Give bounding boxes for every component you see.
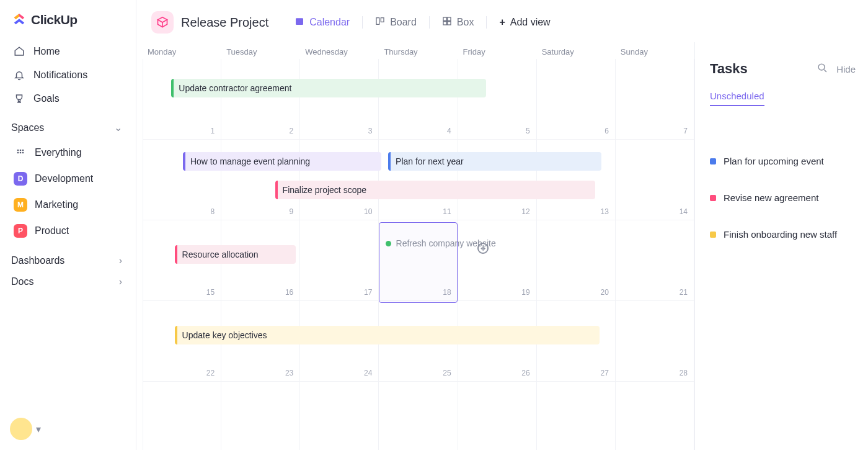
project-title: Release Project <box>181 16 268 30</box>
event-plan-next-year[interactable]: Plan for next year <box>388 152 601 171</box>
view-calendar[interactable]: Calendar <box>294 16 350 29</box>
svg-point-4 <box>20 152 22 154</box>
clickup-logo-icon <box>12 12 26 27</box>
space-label: Product <box>35 225 69 236</box>
weekday-label: Thursday <box>379 47 458 56</box>
box-icon <box>442 16 452 29</box>
nav-home[interactable]: Home <box>7 40 128 63</box>
space-everything[interactable]: Everything <box>7 140 128 166</box>
calendar-week: 29 30 31 1 2 3 4 <box>143 382 694 450</box>
space-product[interactable]: P Product <box>7 218 128 244</box>
calendar-cell[interactable]: 7 <box>616 59 694 140</box>
brand-name: ClickUp <box>31 12 78 27</box>
calendar-cell[interactable]: 3 <box>537 382 616 450</box>
avatar <box>10 418 32 440</box>
tasks-panel: Tasks Hide Unscheduled Plan for upcoming… <box>694 42 868 450</box>
project-chip[interactable]: Release Project <box>151 11 268 34</box>
calendar-cell[interactable]: 3 <box>300 59 379 140</box>
bell-icon <box>14 70 25 81</box>
add-view-button[interactable]: + Add view <box>499 17 550 28</box>
divider <box>362 16 363 29</box>
brand-logo[interactable]: ClickUp <box>7 10 128 40</box>
calendar-view: Monday Tuesday Wednesday Thursday Friday… <box>136 42 694 450</box>
svg-point-0 <box>17 150 19 151</box>
svg-point-1 <box>20 150 22 151</box>
calendar-week: 22 23 24 25 26 27 28 Update key objectiv… <box>143 301 694 382</box>
view-box[interactable]: Box <box>442 16 474 29</box>
nav-label: Home <box>33 46 60 57</box>
calendar-cell[interactable]: 2 <box>458 382 537 450</box>
space-development[interactable]: D Development <box>7 166 128 192</box>
svg-point-3 <box>17 152 19 154</box>
board-icon <box>375 16 385 29</box>
event-finalize-scope[interactable]: Finalize project scope <box>275 181 595 199</box>
svg-rect-9 <box>443 17 446 20</box>
svg-point-2 <box>22 150 24 151</box>
nav-notifications[interactable]: Notifications <box>7 63 128 87</box>
calendar-week: 15 16 17 18 19 20 21 Resource allocation… <box>143 220 694 301</box>
calendar-cell[interactable]: 20 <box>537 220 616 301</box>
svg-rect-11 <box>443 22 446 25</box>
calendar-cell[interactable]: 30 <box>221 382 300 450</box>
calendar-cell[interactable]: 1 <box>379 382 458 450</box>
nav-goals[interactable]: Goals <box>7 87 128 110</box>
space-badge: D <box>14 172 27 186</box>
task-item[interactable]: Finish onboarding new staff <box>710 229 856 240</box>
calendar-cell[interactable]: 14 <box>616 140 694 220</box>
divider <box>486 16 487 29</box>
divider <box>429 16 430 29</box>
event-resource-allocation[interactable]: Resource allocation <box>175 245 296 264</box>
chevron-right-icon: › <box>119 276 122 287</box>
calendar-cell[interactable]: 2 <box>221 59 300 140</box>
calendar-cell[interactable]: 21 <box>616 220 694 301</box>
svg-rect-10 <box>447 17 450 20</box>
calendar-cell[interactable]: 6 <box>537 59 616 140</box>
calendar-cell[interactable]: 4 <box>616 382 694 450</box>
plus-icon: + <box>499 17 505 28</box>
search-icon[interactable] <box>817 63 828 75</box>
grid-icon <box>14 146 27 160</box>
calendar-cell[interactable]: 5 <box>458 59 537 140</box>
space-label: Development <box>35 173 93 184</box>
svg-rect-8 <box>381 18 384 22</box>
calendar-cell[interactable]: 31 <box>300 382 379 450</box>
calendar-cell[interactable]: 1 <box>143 59 221 140</box>
dashboards-header[interactable]: Dashboards › <box>7 244 128 272</box>
topbar: Release Project Calendar Board Box <box>136 0 868 42</box>
calendar-week: 1 2 3 4 5 6 7 Update contractor agreemen… <box>143 59 694 140</box>
nav-label: Notifications <box>33 70 87 81</box>
calendar-cell[interactable]: 29 <box>143 382 221 450</box>
tasks-title: Tasks <box>710 61 748 77</box>
weekday-label: Tuesday <box>221 47 300 56</box>
spaces-header[interactable]: Spaces ⌄ <box>7 110 128 140</box>
calendar-cell[interactable]: 4 <box>379 59 458 140</box>
view-board[interactable]: Board <box>375 16 417 29</box>
event-manage-event[interactable]: How to manage event planning <box>183 152 381 171</box>
weekday-label: Saturday <box>537 47 616 56</box>
svg-rect-6 <box>296 18 303 25</box>
dragging-task[interactable]: Refresh company website ✥ <box>386 233 489 254</box>
chevron-down-icon: ⌄ <box>114 122 122 133</box>
home-icon <box>14 46 25 57</box>
space-marketing[interactable]: M Marketing <box>7 192 128 218</box>
calendar-cell[interactable]: 17 <box>300 220 379 301</box>
user-menu[interactable]: ▾ <box>10 418 126 440</box>
weekday-label: Wednesday <box>300 47 379 56</box>
task-item[interactable]: Plan for upcoming event <box>710 156 856 166</box>
space-label: Everything <box>35 147 82 158</box>
grab-cursor-icon: ✥ <box>477 243 489 254</box>
cube-icon <box>151 11 174 34</box>
task-item[interactable]: Revise new agreement <box>710 192 856 203</box>
calendar-cell[interactable]: 28 <box>616 301 694 382</box>
calendar-week: 8 9 10 11 12 13 14 How to manage event p… <box>143 140 694 220</box>
svg-rect-7 <box>376 18 379 25</box>
event-update-objectives[interactable]: Update key objectives <box>175 326 600 344</box>
svg-point-13 <box>818 64 825 70</box>
svg-rect-12 <box>447 22 450 25</box>
event-update-contractor[interactable]: Update contractor agreement <box>171 79 485 97</box>
weekday-label: Friday <box>458 47 537 56</box>
hide-button[interactable]: Hide <box>836 64 856 74</box>
docs-header[interactable]: Docs › <box>7 272 128 294</box>
space-badge: M <box>14 198 27 212</box>
tab-unscheduled[interactable]: Unscheduled <box>710 91 764 106</box>
